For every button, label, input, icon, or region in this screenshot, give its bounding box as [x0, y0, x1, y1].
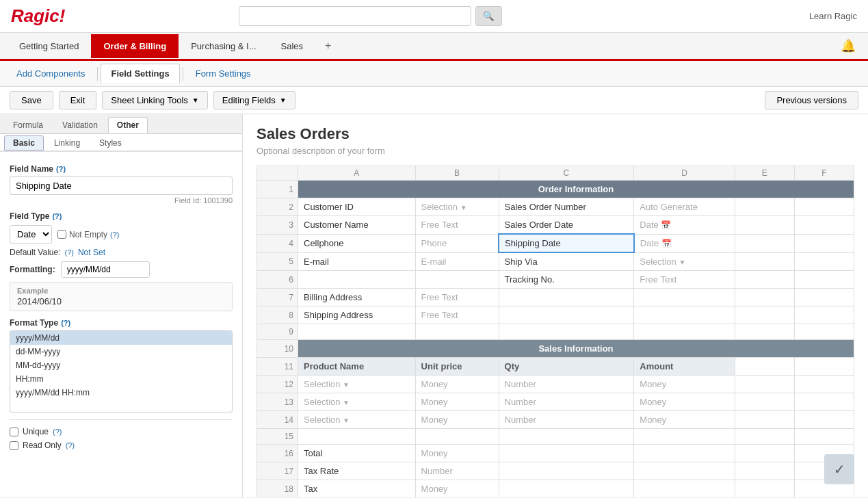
cell-14c[interactable]: Number	[499, 411, 634, 429]
cell-9e	[735, 324, 794, 340]
table-row: 5 E-mail E-mail Ship Via Selection ▼	[257, 252, 854, 271]
cell-3a[interactable]: Customer Name	[298, 216, 416, 235]
nav-tab-add[interactable]: +	[315, 33, 341, 59]
basic-tab[interactable]: Basic	[4, 135, 44, 150]
format-option-3[interactable]: HH:mm	[10, 372, 232, 386]
cell-5c[interactable]: Ship Via	[499, 252, 634, 271]
unique-checkbox[interactable]	[10, 428, 18, 436]
read-only-label: Read Only	[23, 441, 62, 450]
exit-button[interactable]: Exit	[59, 91, 97, 109]
table-row: 18 Tax Money	[257, 480, 854, 498]
cell-3d[interactable]: Date 📅	[634, 216, 735, 235]
cell-2a[interactable]: Customer ID	[298, 198, 416, 216]
other-tab[interactable]: Other	[108, 117, 148, 133]
cell-13b[interactable]: Money	[415, 393, 499, 411]
logo: Ragic!	[11, 5, 65, 27]
cell-17a[interactable]: Tax Rate	[298, 462, 416, 480]
read-only-checkbox[interactable]	[10, 441, 18, 450]
previous-versions-button[interactable]: Previous versions	[765, 91, 858, 109]
cell-17b[interactable]: Number	[415, 462, 499, 480]
cell-18a[interactable]: Tax	[298, 480, 416, 498]
form-settings-tab[interactable]: Form Settings	[186, 64, 261, 83]
search-button[interactable]: 🔍	[475, 6, 502, 26]
col-header-b: B	[415, 166, 499, 181]
notification-bell-icon[interactable]: 🔔	[835, 33, 861, 59]
formatting-row: Formatting:	[10, 261, 233, 278]
formatting-input[interactable]	[61, 261, 150, 278]
sheet-linking-tools-button[interactable]: Sheet Linking Tools ▼	[102, 91, 207, 109]
field-type-select[interactable]: Date	[10, 225, 52, 244]
cell-14d[interactable]: Money	[634, 411, 735, 429]
cell-5b[interactable]: E-mail	[415, 252, 499, 271]
unique-help[interactable]: (?)	[53, 428, 62, 436]
default-value-help[interactable]: (?)	[65, 248, 74, 257]
not-empty-help[interactable]: (?)	[110, 231, 119, 239]
panel-content: Field Name (?) Field Id: 1001390 Field T…	[0, 152, 242, 457]
format-option-1[interactable]: dd-MM-yyyy	[10, 345, 232, 358]
nav-tab-order-billing[interactable]: Order & Billing	[91, 34, 179, 58]
cell-12d[interactable]: Money	[634, 376, 735, 393]
cell-5d[interactable]: Selection ▼	[634, 252, 735, 271]
cell-16b[interactable]: Money	[415, 445, 499, 462]
confirm-button[interactable]: ✓	[824, 454, 854, 484]
nav-tab-sales[interactable]: Sales	[269, 34, 316, 58]
cell-14b[interactable]: Money	[415, 411, 499, 429]
cell-2b[interactable]: Selection ▼	[415, 198, 499, 216]
learn-ragic-link[interactable]: Learn Ragic	[809, 11, 857, 21]
cell-8a[interactable]: Shipping Address	[298, 306, 416, 324]
cell-3c[interactable]: Sales Order Date	[499, 216, 634, 235]
not-empty-checkbox[interactable]	[57, 230, 66, 239]
cell-13d[interactable]: Money	[634, 393, 735, 411]
cell-16a[interactable]: Total	[298, 445, 416, 462]
field-name-input[interactable]	[10, 176, 233, 195]
cell-12c[interactable]: Number	[499, 376, 634, 393]
nav-tab-getting-started[interactable]: Getting Started	[7, 34, 91, 58]
editing-fields-button[interactable]: Editing Fields ▼	[213, 91, 295, 109]
cell-8b[interactable]: Free Text	[415, 306, 499, 324]
cell-12a[interactable]: Selection ▼	[298, 376, 416, 393]
styles-tab[interactable]: Styles	[90, 135, 131, 150]
cell-5a[interactable]: E-mail	[298, 252, 416, 271]
cell-12b[interactable]: Money	[415, 376, 499, 393]
field-settings-tab[interactable]: Field Settings	[101, 64, 179, 83]
add-components-tab[interactable]: Add Components	[7, 64, 94, 83]
row-num: 1	[257, 181, 298, 198]
cell-2d[interactable]: Auto Generate	[634, 198, 735, 216]
format-option-4[interactable]: yyyy/MM/dd HH:mm	[10, 386, 232, 399]
read-only-help[interactable]: (?)	[66, 441, 75, 449]
cell-3f	[794, 216, 854, 235]
search-input[interactable]	[239, 6, 471, 26]
cell-17e	[735, 462, 794, 480]
nav-tab-purchasing[interactable]: Purchasing & I...	[179, 34, 268, 58]
field-name-help[interactable]: (?)	[56, 165, 66, 173]
cell-6c[interactable]: Tracking No.	[499, 271, 634, 289]
format-option-2[interactable]: MM-dd-yyyy	[10, 358, 232, 372]
col-header-d: D	[634, 166, 735, 181]
cell-7b[interactable]: Free Text	[415, 289, 499, 306]
cell-2c[interactable]: Sales Order Number	[499, 198, 634, 216]
formula-tab[interactable]: Formula	[4, 117, 52, 133]
field-type-help[interactable]: (?)	[52, 212, 62, 220]
cell-3b[interactable]: Free Text	[415, 216, 499, 235]
cell-4d[interactable]: Date 📅	[634, 234, 735, 252]
format-type-help[interactable]: (?)	[61, 319, 70, 327]
cell-13a[interactable]: Selection ▼	[298, 393, 416, 411]
cell-14e	[735, 411, 794, 429]
cell-18b[interactable]: Money	[415, 480, 499, 498]
col-label-price: Unit price	[415, 358, 499, 376]
validation-tab[interactable]: Validation	[53, 117, 107, 133]
format-option-0[interactable]: yyyy/MM/dd	[10, 331, 232, 345]
cell-4a[interactable]: Cellphone	[298, 234, 416, 252]
cell-12e	[735, 376, 794, 393]
cell-6d[interactable]: Free Text	[634, 271, 735, 289]
cell-7a[interactable]: Billing Address	[298, 289, 416, 306]
linking-tab[interactable]: Linking	[45, 135, 89, 150]
chevron-down-icon: ▼	[192, 96, 199, 104]
cell-14a[interactable]: Selection ▼	[298, 411, 416, 429]
not-set-link[interactable]: Not Set	[78, 248, 105, 257]
cell-13c[interactable]: Number	[499, 393, 634, 411]
save-button[interactable]: Save	[10, 91, 53, 109]
cell-16e	[735, 445, 794, 462]
cell-4c-active[interactable]: Shipping Date	[499, 234, 634, 252]
cell-4b[interactable]: Phone	[415, 234, 499, 252]
